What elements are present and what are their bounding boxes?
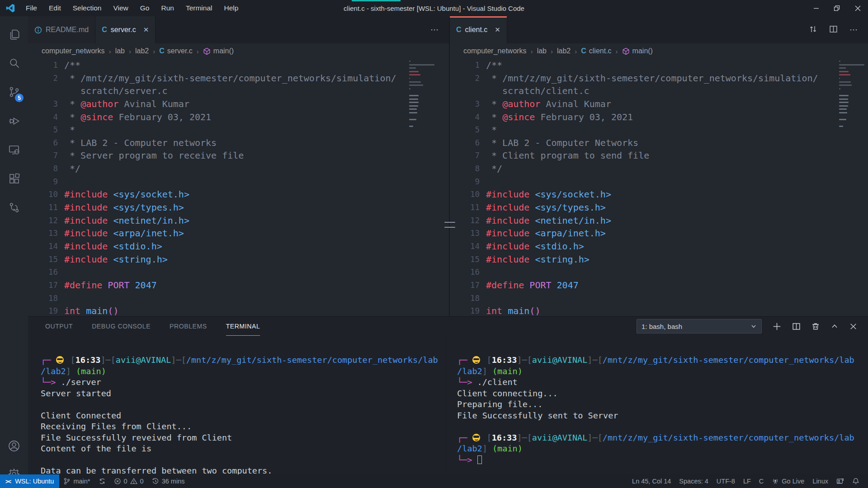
- line-number[interactable]: 7: [450, 149, 480, 162]
- line-number[interactable]: 16: [450, 266, 480, 279]
- code-line[interactable]: 13#include <arpa/inet.h>: [28, 227, 449, 240]
- minimap-left[interactable]: [409, 61, 435, 129]
- menu-selection[interactable]: Selection: [67, 0, 108, 16]
- line-number[interactable]: 10: [450, 188, 480, 201]
- breadcrumb-item[interactable]: lab: [537, 47, 547, 55]
- breadcrumb-item[interactable]: main(): [632, 47, 653, 55]
- run-debug-icon[interactable]: [0, 109, 28, 132]
- line-number[interactable]: [28, 84, 58, 98]
- code-editor-server[interactable]: 1/**2 * /mnt/z/my_git/sixth-semester/com…: [28, 59, 449, 316]
- code-line[interactable]: 19int main(): [450, 305, 868, 316]
- notifications-item[interactable]: [848, 474, 863, 488]
- breadcrumb-item[interactable]: lab: [115, 47, 125, 55]
- code-line[interactable]: 7 * Client program to send file: [450, 149, 868, 162]
- code-line[interactable]: 4 * @since February 03, 2021: [28, 111, 449, 124]
- sync-item[interactable]: [94, 474, 110, 488]
- tab-readme[interactable]: README.md: [28, 16, 95, 43]
- line-number[interactable]: 19: [28, 305, 58, 316]
- line-number[interactable]: 3: [28, 98, 58, 111]
- more-actions-icon[interactable]: ⋯: [849, 25, 858, 35]
- line-number[interactable]: 16: [28, 266, 58, 279]
- line-number[interactable]: 1: [450, 59, 480, 72]
- breadcrumb-item[interactable]: main(): [213, 47, 234, 55]
- code-line[interactable]: 3 * @author Avinal Kumar: [28, 98, 449, 111]
- code-line[interactable]: 10#include <sys/socket.h>: [28, 188, 449, 201]
- menu-help[interactable]: Help: [218, 0, 245, 16]
- panel-tab-output[interactable]: OUTPUT: [45, 317, 73, 336]
- line-number[interactable]: 3: [450, 98, 480, 111]
- indentation-item[interactable]: Spaces: 4: [675, 474, 712, 488]
- tab-server-c[interactable]: C server.c ✕: [95, 16, 156, 43]
- split-editor-icon[interactable]: [829, 25, 838, 35]
- line-number[interactable]: 19: [450, 305, 480, 316]
- breadcrumb-item[interactable]: server.c: [167, 47, 193, 55]
- go-live-item[interactable]: Go Live: [768, 474, 808, 488]
- cursor-position-item[interactable]: Ln 45, Col 14: [628, 474, 675, 488]
- line-number[interactable]: 8: [450, 162, 480, 175]
- line-number[interactable]: 18: [450, 292, 480, 305]
- menu-run[interactable]: Run: [155, 0, 179, 16]
- code-line[interactable]: 5 *: [28, 123, 449, 136]
- line-number[interactable]: 4: [28, 111, 58, 124]
- eol-item[interactable]: LF: [739, 474, 755, 488]
- code-editor-client[interactable]: 1/**2 * /mnt/z/my_git/sixth-semester/com…: [450, 59, 868, 316]
- line-number[interactable]: 9: [28, 175, 58, 188]
- extensions-icon[interactable]: [0, 167, 28, 190]
- menu-view[interactable]: View: [107, 0, 134, 16]
- restore-button[interactable]: [826, 0, 847, 16]
- line-number[interactable]: [450, 84, 480, 98]
- minimize-button[interactable]: [806, 0, 826, 16]
- encoding-item[interactable]: UTF-8: [712, 474, 739, 488]
- remote-explorer-icon[interactable]: [0, 138, 28, 161]
- line-number[interactable]: 5: [28, 123, 58, 136]
- git-compare-icon[interactable]: [0, 196, 28, 219]
- code-line[interactable]: 11#include <sys/types.h>: [28, 201, 449, 214]
- code-line[interactable]: 18: [450, 292, 868, 305]
- line-number[interactable]: 9: [450, 175, 480, 188]
- line-number[interactable]: 6: [450, 136, 480, 150]
- source-control-icon[interactable]: 5: [0, 80, 28, 103]
- close-window-button[interactable]: [847, 0, 868, 16]
- code-line[interactable]: 15#include <string.h>: [28, 253, 449, 266]
- code-line[interactable]: 11#include <sys/types.h>: [450, 201, 868, 214]
- line-number[interactable]: 15: [450, 253, 480, 266]
- panel-tab-terminal[interactable]: TERMINAL: [226, 317, 260, 336]
- code-line[interactable]: 4 * @since February 03, 2021: [450, 111, 868, 124]
- open-changes-icon[interactable]: [809, 25, 817, 35]
- line-number[interactable]: 12: [28, 214, 58, 227]
- panel-tab-problems[interactable]: PROBLEMS: [170, 317, 207, 336]
- close-panel-icon[interactable]: [849, 323, 857, 330]
- code-line[interactable]: scratch/server.c: [28, 84, 449, 98]
- sash-grip[interactable]: [444, 222, 455, 232]
- line-number[interactable]: 11: [28, 201, 58, 214]
- code-line[interactable]: 1/**: [28, 59, 449, 72]
- code-line[interactable]: 10#include <sys/socket.h>: [450, 188, 868, 201]
- line-number[interactable]: 6: [28, 136, 58, 150]
- tab-client-c[interactable]: C client.c ✕: [450, 16, 507, 43]
- code-line[interactable]: 17#define PORT 2047: [450, 279, 868, 292]
- code-line[interactable]: 12#include <netinet/in.h>: [450, 214, 868, 227]
- accounts-icon[interactable]: [0, 435, 28, 457]
- minimap-right[interactable]: [839, 61, 865, 129]
- code-line[interactable]: 14#include <stdio.h>: [450, 240, 868, 253]
- code-line[interactable]: 19int main(): [28, 305, 449, 316]
- kill-terminal-icon[interactable]: [811, 322, 820, 330]
- breadcrumb-item[interactable]: computer_networks: [42, 47, 105, 55]
- terminal-pane-server[interactable]: ┌─ [16:33]─[avii@AVINAL]─[/mnt/z/my_git/…: [28, 336, 445, 474]
- menu-terminal[interactable]: Terminal: [180, 0, 218, 16]
- code-line[interactable]: scratch/client.c: [450, 84, 868, 98]
- line-number[interactable]: 15: [28, 253, 58, 266]
- split-terminal-icon[interactable]: [792, 322, 801, 331]
- explorer-icon[interactable]: [0, 23, 28, 45]
- line-number[interactable]: 10: [28, 188, 58, 201]
- time-tracker-item[interactable]: 36 mins: [148, 474, 189, 488]
- close-tab-icon[interactable]: ✕: [495, 26, 500, 34]
- new-terminal-icon[interactable]: [773, 322, 781, 331]
- language-mode-item[interactable]: C: [755, 474, 768, 488]
- line-number[interactable]: 4: [450, 111, 480, 124]
- line-number[interactable]: 11: [450, 201, 480, 214]
- code-line[interactable]: 2 * /mnt/z/my_git/sixth-semester/compute…: [450, 72, 868, 85]
- menu-file[interactable]: File: [20, 0, 43, 16]
- terminal-picker-dropdown[interactable]: 1: bash, bash: [637, 319, 762, 333]
- line-number[interactable]: 8: [28, 162, 58, 175]
